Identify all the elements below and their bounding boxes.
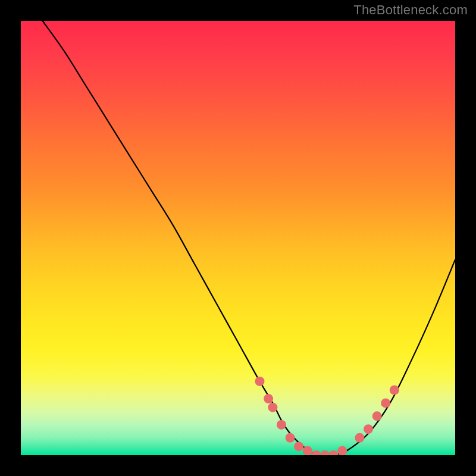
data-marker bbox=[255, 377, 265, 386]
data-marker bbox=[264, 394, 273, 403]
data-marker bbox=[355, 433, 364, 443]
chart-svg bbox=[21, 21, 455, 455]
markers-group bbox=[255, 377, 399, 455]
plot-area bbox=[21, 21, 455, 455]
data-marker bbox=[286, 433, 295, 443]
data-marker bbox=[381, 398, 390, 408]
data-marker bbox=[277, 420, 286, 430]
data-marker bbox=[337, 446, 347, 455]
data-marker bbox=[372, 411, 382, 421]
data-marker bbox=[320, 450, 330, 455]
data-marker bbox=[329, 450, 339, 455]
data-marker bbox=[390, 386, 399, 395]
data-marker bbox=[294, 441, 303, 451]
data-marker bbox=[303, 446, 312, 455]
chart-frame: TheBottleneck.com bbox=[0, 0, 476, 476]
data-marker bbox=[364, 424, 373, 434]
data-marker bbox=[268, 403, 277, 412]
data-marker bbox=[311, 450, 321, 455]
watermark-text: TheBottleneck.com bbox=[353, 2, 468, 18]
